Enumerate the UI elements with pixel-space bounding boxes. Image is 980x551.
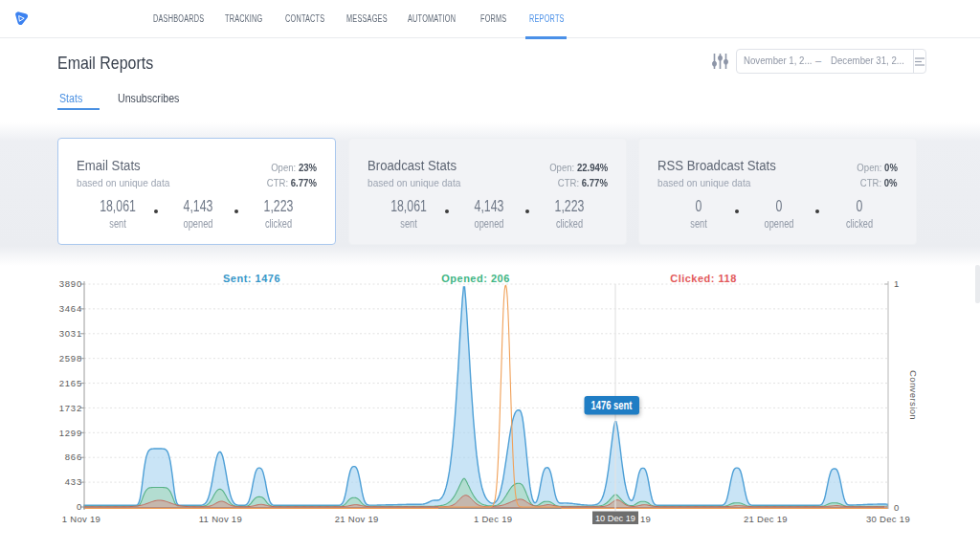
svg-text:10 Dec 19: 10 Dec 19 [595, 513, 635, 523]
svg-text:Opened: 206: Opened: 206 [441, 273, 510, 284]
svg-text:1 Nov 19: 1 Nov 19 [62, 514, 100, 524]
svg-text:30 Dec 19: 30 Dec 19 [866, 514, 910, 524]
svg-text:1476 sent: 1476 sent [591, 399, 634, 412]
svg-text:Sent: 1476: Sent: 1476 [223, 273, 280, 284]
svg-text:3890: 3890 [59, 278, 82, 289]
svg-text:1732: 1732 [59, 403, 82, 413]
svg-text:1299: 1299 [59, 428, 82, 438]
svg-text:3464: 3464 [59, 303, 82, 314]
svg-text:19: 19 [640, 514, 651, 524]
svg-text:2165: 2165 [59, 378, 82, 388]
svg-text:Clicked: 118: Clicked: 118 [670, 273, 737, 284]
svg-text:2598: 2598 [59, 353, 82, 364]
svg-text:21 Nov 19: 21 Nov 19 [335, 514, 379, 524]
svg-text:Conversion: Conversion [908, 370, 919, 420]
svg-text:1 Dec 19: 1 Dec 19 [474, 514, 512, 524]
svg-text:1: 1 [894, 278, 900, 289]
svg-text:0: 0 [894, 502, 900, 513]
svg-text:0: 0 [77, 501, 82, 512]
svg-text:21 Dec 19: 21 Dec 19 [744, 514, 788, 524]
svg-text:866: 866 [65, 452, 82, 462]
svg-text:433: 433 [65, 476, 82, 487]
svg-text:3031: 3031 [59, 328, 82, 339]
svg-text:11 Nov 19: 11 Nov 19 [199, 514, 242, 524]
